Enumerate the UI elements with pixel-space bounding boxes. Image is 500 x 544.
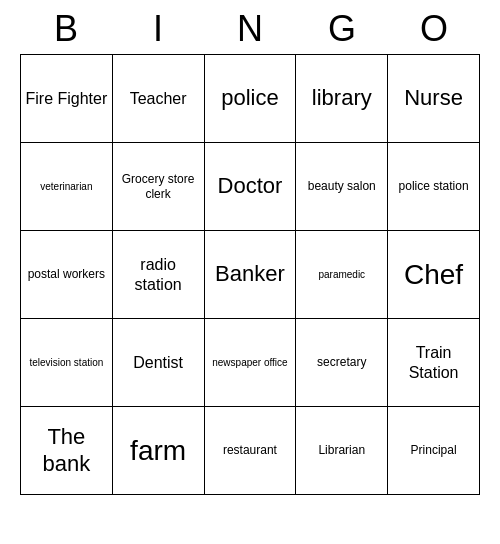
cell-r0-c3: library [296,55,388,143]
cell-r3-c1: Dentist [112,319,204,407]
letter-n: N [210,8,290,50]
cell-r2-c1: radio station [112,231,204,319]
cell-r4-c4: Principal [388,407,480,495]
cell-r0-c4: Nurse [388,55,480,143]
letter-b: B [26,8,106,50]
cell-r3-c0: television station [21,319,113,407]
cell-r1-c1: Grocery store clerk [112,143,204,231]
cell-r1-c4: police station [388,143,480,231]
bingo-grid: Fire FighterTeacherpolicelibraryNursevet… [20,54,480,495]
letter-g: G [302,8,382,50]
cell-r2-c4: Chef [388,231,480,319]
cell-r0-c2: police [204,55,296,143]
cell-r4-c1: farm [112,407,204,495]
cell-r0-c0: Fire Fighter [21,55,113,143]
cell-r1-c3: beauty salon [296,143,388,231]
cell-r4-c3: Librarian [296,407,388,495]
cell-r3-c4: Train Station [388,319,480,407]
cell-r2-c0: postal workers [21,231,113,319]
cell-r3-c3: secretary [296,319,388,407]
cell-r1-c2: Doctor [204,143,296,231]
cell-r1-c0: veterinarian [21,143,113,231]
cell-r4-c2: restaurant [204,407,296,495]
letter-o: O [394,8,474,50]
cell-r4-c0: The bank [21,407,113,495]
cell-r2-c2: Banker [204,231,296,319]
letter-i: I [118,8,198,50]
cell-r3-c2: newspaper office [204,319,296,407]
cell-r2-c3: paramedic [296,231,388,319]
cell-r0-c1: Teacher [112,55,204,143]
bingo-title: B I N G O [20,0,480,54]
